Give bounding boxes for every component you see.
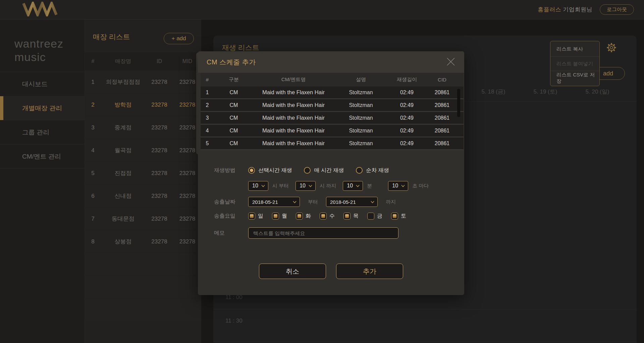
day-checkbox-fri[interactable]: 금 (367, 213, 382, 220)
checkbox-icon[interactable] (320, 213, 327, 220)
radio-every-hour-play[interactable]: 매 시간 재생 (304, 167, 344, 174)
cancel-button[interactable]: 취소 (259, 264, 326, 279)
store-row-empty (85, 277, 201, 298)
close-icon[interactable] (445, 57, 456, 67)
store-row[interactable]: 4월곡점 2327823278 (85, 140, 201, 161)
radio-icon[interactable] (356, 167, 363, 174)
store-list-title: 매장 리스트 (93, 32, 130, 42)
store-row[interactable]: 7동대문점 2327823278 (85, 208, 201, 229)
cm-table-row[interactable]: 5CM Maid with the Flaxen HairStoltzman 0… (201, 137, 464, 150)
menu-item-copy-list[interactable]: 리스트 복사 (550, 42, 599, 56)
day-checkbox-thu[interactable]: 목 (343, 213, 359, 220)
day-checkbox-tue[interactable]: 화 (296, 213, 311, 220)
list-options-menu: 리스트 복사 리스트 붙여넣기 리스트 CSV로 저장 (550, 41, 600, 86)
chevron-down-icon (261, 185, 265, 187)
store-row-empty (85, 254, 201, 275)
modal-title: CM 스케줄 추가 (207, 58, 256, 67)
user-name: 홈플러스 기업회원님 (538, 6, 592, 13)
checkbox-icon[interactable] (343, 213, 351, 220)
checkbox-icon[interactable] (367, 213, 374, 220)
time-label-1130: 11 : 30 (225, 318, 243, 324)
store-row[interactable]: 5진접점 2327823278 (85, 163, 201, 184)
date-column-fri: 5. 18 (금) (475, 88, 512, 96)
checkbox-icon[interactable] (296, 213, 303, 220)
day-checkbox-wed[interactable]: 수 (320, 213, 335, 220)
checkbox-icon[interactable] (391, 213, 398, 220)
sidebar-item-store-management[interactable]: 개별매장 관리 (0, 96, 85, 120)
store-table-body: 1의정부점점점 2327823278 2방학점 2327823278 3중계점 … (85, 71, 201, 343)
playlist-title: 재생 리스트 (222, 43, 259, 52)
sidebar-item-cm-management[interactable]: CM/멘트 관리 (0, 145, 85, 169)
date-from-select[interactable]: 2018-05-21 (248, 197, 300, 207)
broadcast-date-label: 송출날짜 (214, 198, 248, 206)
memo-input[interactable] (248, 227, 398, 239)
add-button[interactable]: 추가 (336, 264, 403, 279)
day-checkbox-sun[interactable]: 일 (248, 213, 263, 220)
chevron-down-icon (293, 201, 297, 203)
cm-table-scrollbar[interactable] (457, 89, 460, 117)
cm-table-header: # 구분 CM/멘트명 설명 재생길이 CID (201, 73, 464, 87)
cm-schedule-add-modal: CM 스케줄 추가 # 구분 CM/멘트명 설명 재생길이 CID 1CM Ma… (198, 51, 464, 295)
store-row[interactable]: 8상봉점 2327823278 (85, 231, 201, 252)
chevron-down-icon (356, 185, 360, 187)
topbar: 홈플러스 기업회원님 로그아웃 (0, 0, 644, 19)
logout-button[interactable]: 로그아웃 (600, 4, 634, 15)
checkbox-icon[interactable] (272, 213, 279, 220)
cm-table-row[interactable]: 4CM Maid with the Flaxen HairStoltzman 0… (201, 125, 464, 137)
wantreez-logo: wantreez music (0, 19, 85, 64)
chevron-down-icon (401, 185, 405, 187)
time-label-1100: 11 : 00 (225, 294, 243, 301)
sidebar-item-dashboard[interactable]: 대시보드 (0, 72, 85, 96)
store-row-empty (85, 299, 201, 321)
store-row[interactable]: 6신내점 2327823278 (85, 185, 201, 207)
cm-table: # 구분 CM/멘트명 설명 재생길이 CID 1CM Maid with th… (201, 73, 464, 150)
grid-divider (213, 341, 637, 342)
store-add-button[interactable]: + add (164, 33, 194, 44)
broadcast-days-label: 송출요일 (214, 213, 248, 220)
cm-table-row[interactable]: 3CM Maid with the Flaxen HairStoltzman 0… (201, 112, 464, 125)
day-checkbox-sat[interactable]: 토 (391, 213, 406, 220)
sidebar-menu: 대시보드 개별매장 관리 그룹 관리 CM/멘트 관리 (0, 72, 85, 169)
checkbox-icon[interactable] (248, 213, 255, 220)
memo-label: 메모 (214, 230, 248, 237)
store-row-selected[interactable]: 2방학점 2327823278 (85, 94, 201, 115)
cm-table-row[interactable]: 1CM Maid with the Flaxen HairStoltzman 0… (201, 87, 464, 99)
play-method-label: 재생방법 (214, 167, 248, 174)
grid-divider (213, 309, 637, 309)
menu-item-save-csv[interactable]: 리스트 CSV로 저장 (550, 71, 599, 85)
sidebar: wantreez music 대시보드 개별매장 관리 그룹 관리 CM/멘트 … (0, 19, 85, 343)
brand-logo-icon (21, 2, 62, 18)
hour-to-select[interactable]: 10 (296, 181, 316, 191)
radio-sequential-play[interactable]: 순차 재생 (356, 167, 389, 174)
chevron-down-icon (309, 185, 312, 187)
cm-table-row[interactable]: 2CM Maid with the Flaxen HairStoltzman 0… (201, 99, 464, 112)
modal-header: CM 스케줄 추가 (198, 51, 464, 73)
menu-item-paste-list: 리스트 붙여넣기 (550, 56, 599, 71)
chevron-down-icon (371, 201, 374, 203)
minute-select[interactable]: 10 (343, 181, 363, 191)
store-row[interactable]: 1의정부점점점 2327823278 (85, 71, 201, 93)
day-checkbox-mon[interactable]: 월 (272, 213, 287, 220)
hour-from-select[interactable]: 10 (248, 181, 268, 191)
second-select[interactable]: 10 (388, 181, 408, 191)
radio-icon[interactable] (304, 167, 311, 174)
store-list-panel: 매장 리스트 + add # 매장명 ID MID 1의정부점점점 232782… (85, 19, 201, 343)
store-table-header: # 매장명 ID MID (85, 52, 201, 70)
date-column-sun: 5. 20 (일) (579, 88, 616, 96)
date-to-select[interactable]: 2018-05-21 (326, 197, 378, 207)
gear-icon[interactable] (606, 42, 617, 54)
radio-selected-time-play[interactable]: 선택시간 재생 (248, 167, 292, 174)
radio-icon[interactable] (248, 167, 255, 174)
sidebar-item-group-management[interactable]: 그룹 관리 (0, 120, 85, 145)
store-row[interactable]: 3중계점 2327823278 (85, 117, 201, 138)
date-column-sat: 5. 19 (토) (527, 88, 564, 96)
